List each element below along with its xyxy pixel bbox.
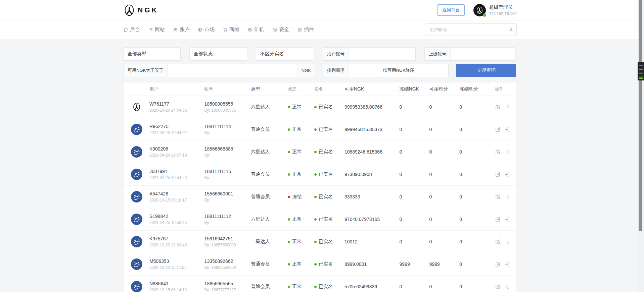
realname-dot bbox=[314, 106, 317, 108]
nav-item-market[interactable]: 市场 bbox=[198, 26, 215, 33]
login-as-icon[interactable] bbox=[504, 261, 510, 267]
search-icon[interactable] bbox=[508, 27, 513, 32]
grid-icon bbox=[297, 27, 302, 32]
login-as-icon[interactable] bbox=[504, 284, 510, 290]
nav-item-website[interactable]: 网站 bbox=[148, 26, 165, 33]
realname-dot bbox=[314, 241, 317, 243]
account-number: 13350892662 bbox=[204, 258, 248, 264]
actions-cell bbox=[495, 172, 516, 177]
referrer-account: By: bbox=[204, 220, 248, 225]
realname-label: 已实名 bbox=[319, 149, 333, 155]
user-avatar bbox=[131, 191, 142, 202]
actions-cell bbox=[495, 239, 516, 245]
nav-menu: 后台网站账户市场商城矿机资金插件 bbox=[123, 26, 314, 33]
ngk-amount-input[interactable] bbox=[168, 64, 297, 77]
parent-account-input[interactable] bbox=[451, 48, 515, 60]
realname-dot bbox=[314, 128, 317, 131]
available-ngk: 10889246.615366 bbox=[344, 149, 400, 155]
users-icon bbox=[173, 27, 178, 32]
edit-icon[interactable] bbox=[495, 127, 501, 132]
scrollbar-thumb[interactable] bbox=[639, 0, 642, 231]
status-dot bbox=[288, 218, 290, 221]
edit-icon[interactable] bbox=[495, 217, 501, 222]
user-account-input[interactable] bbox=[349, 48, 415, 60]
login-as-icon[interactable] bbox=[504, 104, 510, 110]
filter-row-1: 全部类型 全部状态 不区分实名 用户账号 上级账号 bbox=[123, 47, 516, 61]
status-label: 正常 bbox=[292, 261, 302, 267]
realname-cell: 已实名 bbox=[314, 194, 344, 200]
user-avatar bbox=[131, 124, 142, 135]
account-cell: 18811111114 By: bbox=[204, 124, 251, 135]
login-as-icon[interactable] bbox=[504, 217, 510, 222]
nav-item-label: 网站 bbox=[155, 26, 165, 33]
edit-icon[interactable] bbox=[495, 261, 501, 267]
available-ngk: 999945815.35373 bbox=[344, 127, 400, 132]
account-cell: 18500005555 By: 18500005555 bbox=[204, 101, 251, 113]
edit-icon[interactable] bbox=[495, 104, 501, 110]
account-number: 18500005555 bbox=[204, 101, 248, 107]
frozen-ngk: 0 bbox=[400, 194, 429, 199]
edit-icon[interactable] bbox=[495, 194, 501, 200]
available-points: 0 bbox=[429, 217, 459, 222]
filter-row-2: 可用NGK大于等于 NGK 排列顺序 按可用NGK降序 立即查询 bbox=[123, 64, 516, 77]
nav-item-miner[interactable]: 矿机 bbox=[247, 26, 264, 33]
status-cell: 正常 bbox=[288, 261, 314, 267]
ngk-logo-icon bbox=[476, 6, 483, 14]
type-filter-select[interactable]: 全部类型 bbox=[123, 47, 181, 61]
edit-icon[interactable] bbox=[495, 149, 501, 155]
online-status-dot bbox=[483, 13, 486, 17]
status-cell: 正常 bbox=[288, 171, 314, 177]
actions-cell bbox=[495, 127, 516, 132]
login-as-icon[interactable] bbox=[504, 239, 510, 245]
back-to-front-button[interactable]: 返回前台 bbox=[437, 4, 465, 16]
login-as-icon[interactable] bbox=[504, 127, 510, 132]
status-cell: 正常 bbox=[288, 216, 314, 222]
user-avatar bbox=[131, 214, 142, 225]
realname-dot bbox=[314, 263, 317, 266]
nav-item-label: 后台 bbox=[130, 26, 140, 33]
admin-profile[interactable]: 超级管理员 117.152.16.182 bbox=[473, 4, 517, 16]
available-ngk: 333333 bbox=[344, 194, 400, 199]
user-avatar bbox=[131, 169, 142, 180]
frozen-ngk: 0 bbox=[400, 284, 429, 289]
member-type: 普通会员 bbox=[251, 194, 288, 200]
nav-item-mall[interactable]: 商城 bbox=[223, 26, 239, 33]
frozen-points: 0 bbox=[459, 261, 495, 267]
nav-item-funds[interactable]: 资金 bbox=[272, 26, 289, 33]
order-select[interactable]: 按可用NGK降序 bbox=[349, 64, 448, 77]
login-as-icon[interactable] bbox=[504, 172, 510, 177]
ngk-amount-filter: 可用NGK大于等于 NGK bbox=[123, 64, 315, 77]
status-filter-select[interactable]: 全部状态 bbox=[189, 47, 247, 61]
realname-filter-select[interactable]: 不区分实名 bbox=[256, 47, 314, 61]
nav-item-account[interactable]: 账户 bbox=[173, 26, 190, 33]
frozen-points: 0 bbox=[459, 194, 495, 199]
available-ngk: 999953385.00766 bbox=[344, 104, 400, 110]
status-cell: 正常 bbox=[288, 284, 314, 290]
member-type: 六星达人 bbox=[251, 104, 288, 110]
frozen-ngk: 0 bbox=[400, 149, 429, 155]
realname-cell: 已实名 bbox=[314, 126, 344, 132]
available-points: 9999 bbox=[429, 261, 459, 267]
login-as-icon[interactable] bbox=[504, 149, 510, 155]
nav-item-label: 市场 bbox=[204, 26, 215, 33]
column-header: 状态 bbox=[288, 86, 314, 92]
table-header: 用户账号类型状态实名可用NGK冻结NGK可用积分冻结积分操作 bbox=[124, 82, 516, 96]
login-as-icon[interactable] bbox=[504, 194, 510, 200]
avatar-cell bbox=[124, 191, 149, 202]
status-label: 正常 bbox=[292, 171, 302, 177]
content: 全部类型 全部状态 不区分实名 用户账号 上级账号 可用NGK大于等于 NGK … bbox=[0, 39, 644, 292]
edit-icon[interactable] bbox=[495, 172, 501, 177]
user-cell: J687991 2021-04-25 10:54:20 bbox=[149, 169, 204, 180]
query-button[interactable]: 立即查询 bbox=[456, 64, 516, 77]
search-input[interactable] bbox=[425, 23, 517, 36]
edit-icon[interactable] bbox=[495, 284, 501, 290]
nav-item-backend[interactable]: 后台 bbox=[123, 26, 140, 33]
scrollbar-track[interactable] bbox=[638, 0, 644, 292]
edit-icon[interactable] bbox=[495, 239, 501, 245]
ngk-gte-label: 可用NGK大于等于 bbox=[124, 64, 168, 77]
status-label: 正常 bbox=[292, 284, 302, 290]
nav-item-plugins[interactable]: 插件 bbox=[297, 26, 314, 33]
user-avatar bbox=[131, 236, 142, 247]
nav-item-label: 插件 bbox=[304, 26, 314, 33]
available-points: 0 bbox=[429, 104, 459, 110]
